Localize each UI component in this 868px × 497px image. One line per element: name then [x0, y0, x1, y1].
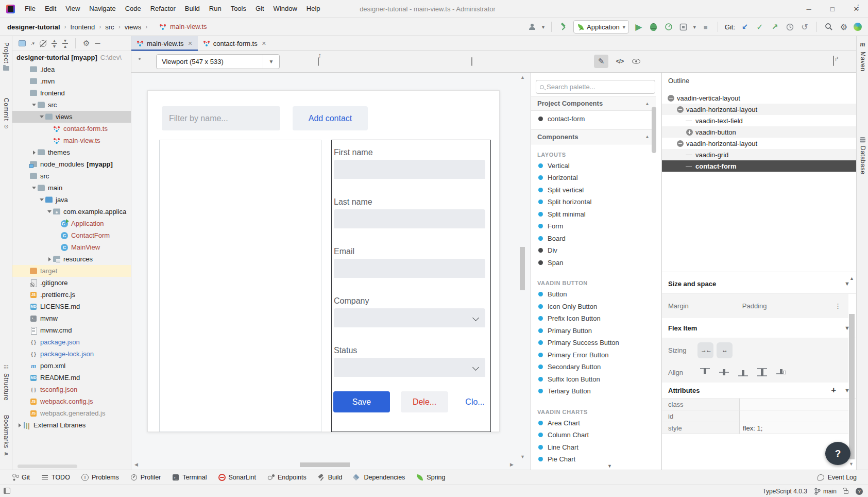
project-settings-gear-icon[interactable]: ⚙	[83, 39, 90, 48]
menu-item[interactable]: View	[61, 3, 84, 15]
scrollbar-thumb[interactable]	[520, 247, 525, 290]
form-button[interactable]: Save	[333, 391, 390, 412]
feedback-bubble-icon[interactable]	[471, 58, 472, 65]
menu-item[interactable]: File	[20, 3, 40, 15]
palette-item[interactable]: Board	[531, 233, 656, 245]
project-horizontal-scrollbar[interactable]	[18, 465, 77, 468]
external-libraries-row[interactable]: External Libraries	[12, 419, 131, 431]
flex-shrink-button[interactable]: →←	[697, 342, 713, 358]
palette-item[interactable]: Primary Button	[531, 325, 656, 337]
tree-row[interactable]: src	[12, 99, 131, 111]
form-field[interactable]: Company	[334, 295, 485, 327]
section-kebab-icon[interactable]: ⋮	[835, 302, 848, 310]
tool-window-button[interactable]: Problems	[81, 474, 119, 481]
form-field-input[interactable]	[334, 358, 485, 377]
tree-chevron-icon[interactable]	[46, 257, 53, 261]
form-button[interactable]: Dele...	[401, 391, 448, 412]
palette-scrollbar[interactable]	[652, 107, 656, 153]
palette-item[interactable]: Pie Chart	[531, 453, 656, 466]
breadcrumb-item[interactable]: src	[104, 23, 115, 31]
breadcrumb-file[interactable]: main-view.ts	[159, 23, 207, 30]
tree-chevron-icon[interactable]	[46, 210, 53, 213]
run-button[interactable]: ▶	[634, 22, 644, 32]
attribute-row[interactable]: class	[662, 399, 848, 410]
attribute-value[interactable]	[740, 399, 848, 410]
scroll-up-icon[interactable]: ▲	[849, 276, 854, 281]
sidebar-tab-maven[interactable]: m Maven	[857, 40, 868, 72]
menu-item[interactable]: Window	[269, 3, 302, 15]
tool-window-button[interactable]: Spring	[416, 474, 445, 481]
rollback-icon[interactable]: ↺	[799, 22, 810, 32]
form-field[interactable]: First name	[334, 146, 485, 179]
palette-item[interactable]: Button	[531, 288, 656, 301]
viewport-select[interactable]: Viewport (547 x 533) ▼	[156, 54, 280, 69]
tree-row[interactable]: target	[12, 265, 131, 277]
sidebar-tab-database[interactable]: Database	[857, 137, 868, 174]
outline-node[interactable]: vaadin-grid	[662, 149, 856, 160]
palette-section-components[interactable]: Components ▲	[531, 129, 656, 144]
coverage-dropdown-icon[interactable]: ▾	[693, 24, 696, 30]
typescript-version[interactable]: TypeScript 4.0.3	[762, 488, 807, 495]
tree-row[interactable]: LICENSE.md	[12, 301, 131, 312]
profiler-button[interactable]	[663, 22, 674, 32]
outline-node[interactable]: vaadin-text-field	[662, 115, 856, 126]
breadcrumb-item[interactable]: designer-tutorial	[6, 23, 61, 31]
align-stretch-button[interactable]	[756, 367, 769, 377]
search-everywhere-icon[interactable]	[824, 22, 834, 32]
open-in-window-icon[interactable]	[833, 58, 834, 65]
canvas-vertical-scrollbar[interactable]: ▲ ▼	[519, 73, 526, 470]
minimize-button[interactable]: ─	[797, 0, 821, 18]
tree-row[interactable]: webpack.config.js	[12, 395, 131, 407]
palette-item[interactable]: Secondary Button	[531, 361, 656, 373]
palette-item[interactable]: Split minimal	[531, 208, 656, 221]
scrollbar-thumb[interactable]	[300, 462, 350, 467]
sidebar-tab-structure[interactable]: ☷ Structure	[0, 364, 12, 401]
form-field-input[interactable]	[334, 308, 485, 327]
tool-window-button[interactable]: Git	[11, 474, 30, 481]
menu-item[interactable]: Code	[121, 3, 146, 15]
palette-item[interactable]: Column Chart	[531, 429, 656, 441]
palette-item[interactable]: Line Chart	[531, 441, 656, 454]
designer-canvas[interactable]: Filter by name... Add contact First name…	[131, 73, 531, 470]
tree-row[interactable]: .mvn	[12, 75, 131, 87]
tree-row[interactable]: src	[12, 170, 131, 182]
menu-item[interactable]: Refactor	[146, 3, 180, 15]
tab-close-icon[interactable]: ✕	[262, 40, 266, 47]
tree-row[interactable]: contact-form.ts	[12, 123, 131, 135]
tree-row[interactable]: package-lock.json	[12, 348, 131, 360]
menu-item[interactable]: Tools	[226, 3, 251, 15]
palette-search-input[interactable]: Search palette...	[536, 80, 655, 94]
tool-window-button[interactable]: Terminal	[172, 474, 207, 481]
code-mode-icon[interactable]: </>	[612, 55, 627, 68]
form-field[interactable]: Email	[334, 245, 485, 278]
settings-gear-icon[interactable]: ⚙	[839, 22, 849, 32]
edit-mode-pencil-icon[interactable]: ✎	[594, 55, 608, 68]
tree-row[interactable]: Application	[12, 218, 131, 229]
sidebar-tab-commit[interactable]: Commit ⊙	[0, 98, 12, 130]
tree-row[interactable]: mvnw	[12, 312, 131, 324]
tree-row[interactable]: views	[12, 111, 131, 123]
hide-panel-icon[interactable]: ─	[95, 39, 100, 47]
outline-expander-icon[interactable]	[676, 106, 684, 113]
user-dropdown-icon[interactable]: ▾	[542, 24, 544, 30]
add-attribute-icon[interactable]: +	[831, 385, 836, 395]
learn-plugin-icon[interactable]	[854, 23, 862, 31]
tool-window-button[interactable]: Endpoints	[267, 474, 307, 481]
collapse-section-icon[interactable]: ▲	[645, 134, 650, 139]
tool-window-button[interactable]: Profiler	[130, 474, 161, 481]
align-end-button[interactable]	[737, 367, 750, 377]
palette-item[interactable]: Tertiary Button	[531, 385, 656, 397]
tree-chevron-icon[interactable]	[31, 187, 37, 189]
attribute-value[interactable]: flex: 1;	[740, 422, 848, 434]
collapse-section-icon[interactable]: ▲	[645, 101, 650, 106]
section-attributes[interactable]: Attributes + ▼	[662, 383, 856, 399]
add-contact-button[interactable]: Add contact	[293, 106, 368, 130]
event-log-button[interactable]: Event Log	[818, 470, 857, 485]
chevron-down-icon[interactable]: ▼	[849, 461, 854, 467]
tree-row[interactable]: README.md	[12, 372, 131, 384]
form-field-input[interactable]	[334, 209, 485, 228]
locate-icon[interactable]	[40, 40, 46, 47]
rotate-viewport-icon[interactable]	[318, 58, 319, 65]
form-field[interactable]: Status	[334, 344, 485, 377]
form-field[interactable]: Last name	[334, 196, 485, 228]
